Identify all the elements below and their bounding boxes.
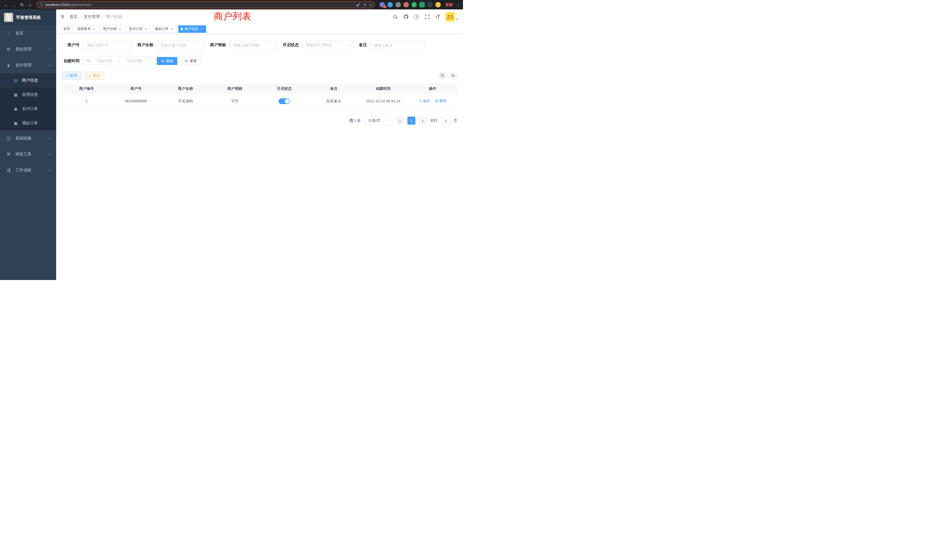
short-name-input[interactable]	[230, 41, 277, 49]
browser-update-button[interactable]: 更新	[445, 2, 453, 8]
close-icon[interactable]: ×	[170, 27, 174, 31]
status-select[interactable]: 请选择开启状态	[302, 41, 353, 49]
tab-merchant-info[interactable]: 商户信息 ×	[178, 26, 206, 33]
tab-label: 支付订单	[129, 27, 142, 31]
forward-icon[interactable]: →	[10, 1, 18, 9]
next-page-button[interactable]: ›	[419, 117, 427, 125]
user-menu[interactable]	[446, 12, 458, 21]
close-icon[interactable]: ×	[200, 27, 204, 31]
close-icon[interactable]: ×	[118, 27, 122, 31]
export-button[interactable]: 导出	[84, 71, 104, 80]
create-time-range-picker[interactable]: 开始日期 - 结束日期	[83, 57, 151, 65]
full-name-input[interactable]	[157, 41, 204, 49]
sidebar-item-app-info[interactable]: ▦ 应用信息	[0, 88, 56, 102]
font-size-icon[interactable]: TT	[435, 15, 440, 19]
extension-icon[interactable]	[427, 2, 433, 8]
hamburger-icon[interactable]: ≡	[61, 14, 64, 20]
cell-merchant-id: 1	[62, 99, 111, 103]
extension-icon[interactable]	[403, 2, 409, 8]
extension-icon[interactable]	[419, 2, 425, 8]
browser-menu-icon[interactable]: ⋮	[455, 3, 461, 7]
extension-icon[interactable]	[387, 2, 393, 8]
sidebar-item-infrastructure[interactable]: ◫ 基础设施	[0, 130, 56, 146]
page-size-select[interactable]: 10条/页	[365, 117, 393, 125]
sidebar-item-workflow[interactable]: ⇶ 工作流程	[0, 162, 56, 178]
refresh-table-icon[interactable]: ↻	[449, 71, 457, 80]
chevron-down-icon	[48, 47, 51, 50]
sidebar-item-pay-order[interactable]: ◉ 支付订单	[0, 102, 56, 116]
search-button[interactable]: 搜索	[157, 57, 177, 65]
tab-user-group[interactable]: 用户分组 ×	[100, 26, 125, 33]
back-icon[interactable]: ←	[2, 1, 10, 9]
site-info-icon[interactable]: ⓘ	[40, 2, 43, 7]
home-icon[interactable]: ⌂	[26, 1, 34, 9]
app-logo[interactable]: 芋道管理系统	[0, 9, 56, 26]
goto-label: 前往	[430, 118, 437, 123]
breadcrumb-separator: /	[80, 15, 81, 19]
reload-icon[interactable]: ↻	[18, 1, 26, 9]
tab-pay-order[interactable]: 支付订单 ×	[126, 26, 151, 33]
chevron-down-icon	[48, 168, 51, 171]
sidebar-item-dev-tools[interactable]: ⚒ 研发工具	[0, 146, 56, 162]
filter-label: 商户简称	[210, 42, 226, 48]
filter-row-1: 商户号 商户全称 商户简称 开启状态 请选择开启状态	[62, 41, 457, 49]
extension-icon[interactable]	[395, 2, 401, 8]
tab-process-form[interactable]: 流程表单 ×	[74, 26, 98, 33]
sidebar-item-label: 工作流程	[15, 168, 31, 173]
extension-icon[interactable]: ✓	[412, 2, 417, 8]
status-toggle[interactable]	[278, 98, 290, 104]
gear-icon: ⚙	[6, 47, 11, 52]
goto-page-input[interactable]	[440, 117, 451, 125]
logo-avatar	[4, 13, 13, 22]
total-prefix: 共	[350, 118, 353, 123]
sidebar-item-refund-order[interactable]: ▣ 退款订单	[0, 116, 56, 130]
delete-link[interactable]: 删除	[435, 98, 446, 103]
browser-chrome: ← → ↻ ⌂ ⓘ localhost:1024/pay/merchant ⇧ …	[0, 0, 463, 9]
toggle-search-icon[interactable]	[439, 71, 446, 80]
fullscreen-icon[interactable]	[425, 15, 430, 20]
sidebar-item-payment[interactable]: ¥ 支付管理	[0, 57, 56, 73]
yen-icon: ¥	[6, 63, 11, 68]
extension-icon[interactable]	[435, 2, 441, 8]
page-1-button[interactable]: 1	[407, 117, 415, 125]
active-dot	[181, 28, 183, 30]
sidebar-item-system[interactable]: ⚙ 系统管理	[0, 41, 56, 57]
search-icon[interactable]	[393, 15, 398, 20]
sidebar-item-merchant-info[interactable]: ▤ 商户信息	[0, 73, 56, 88]
edit-link[interactable]: ✎ 修改	[419, 98, 430, 103]
tab-home[interactable]: 首页	[61, 26, 73, 33]
close-icon[interactable]: ×	[144, 27, 148, 31]
url-text: localhost:1024/pay/merchant	[45, 3, 354, 7]
sidebar-item-label: 研发工具	[15, 152, 31, 157]
sidebar-item-home[interactable]: ◔ 首页	[0, 26, 56, 41]
refresh-icon: ↻	[185, 59, 188, 63]
prev-page-button[interactable]: ‹	[396, 117, 404, 125]
reset-button[interactable]: ↻ 重置	[181, 57, 201, 65]
add-button[interactable]: + 新增	[62, 71, 81, 80]
trash-icon	[435, 100, 438, 103]
merchant-no-input[interactable]	[83, 41, 132, 49]
password-key-icon[interactable]	[356, 3, 360, 7]
bookmark-star-icon[interactable]: ☆	[369, 3, 373, 7]
date-separator: -	[119, 59, 120, 63]
help-icon[interactable]: ?	[414, 15, 419, 20]
extensions-puzzle-icon[interactable]: 10	[380, 2, 385, 8]
page-size-value: 10条/页	[368, 118, 381, 123]
github-icon[interactable]	[403, 14, 409, 20]
cell-short-name: 芋艿	[210, 98, 259, 104]
breadcrumb-home[interactable]: 首页	[70, 14, 77, 20]
export-button-label: 导出	[93, 73, 100, 78]
chevron-down-icon	[348, 43, 350, 45]
breadcrumb-separator: /	[102, 15, 103, 19]
share-icon[interactable]: ⇧	[363, 3, 366, 7]
date-end-placeholder: 结束日期	[122, 59, 148, 64]
filter-row-2: 创建时间 开始日期 - 结束日期	[62, 57, 457, 65]
chevron-down-icon	[48, 152, 51, 155]
tab-refund-order[interactable]: 退款订单 ×	[152, 26, 177, 33]
reset-button-label: 重置	[189, 59, 197, 64]
remark-input[interactable]	[370, 41, 425, 49]
filter-merchant-no: 商户号	[62, 41, 132, 49]
breadcrumb-payment[interactable]: 支付管理	[84, 14, 100, 20]
url-bar[interactable]: ⓘ localhost:1024/pay/merchant ⇧ ☆	[36, 1, 375, 8]
close-icon[interactable]: ×	[92, 27, 96, 31]
